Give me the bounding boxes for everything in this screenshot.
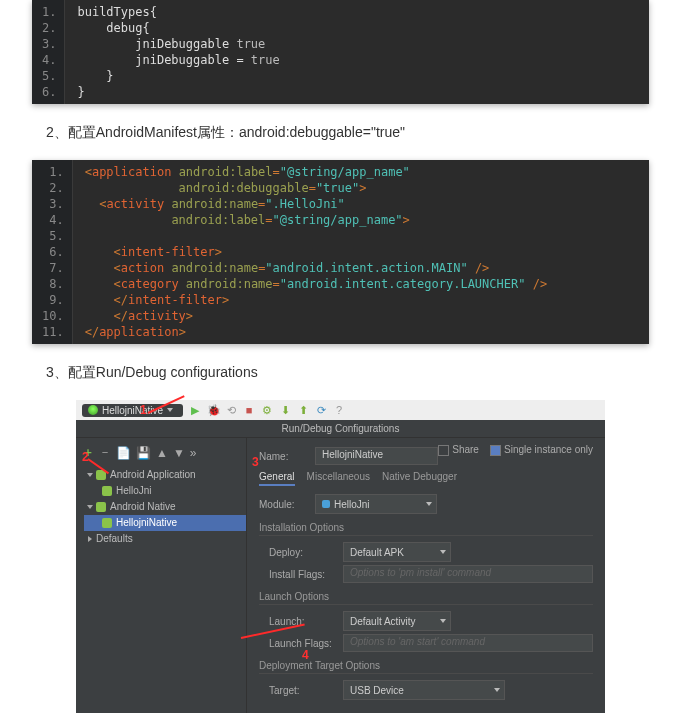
android-icon [102, 486, 112, 496]
gutter: 1. 2. 3. 4. 5. 6. [32, 0, 65, 104]
launch-value: Default Activity [350, 616, 416, 627]
ide-toolbar: HellojniNative ▶ 🐞 ⟲ ■ ⚙ ⬇ ⬆ ⟳ ? [76, 400, 605, 420]
tree-item-defaults[interactable]: Defaults [84, 531, 246, 547]
t: "android.intent.category.LAUNCHER" [280, 277, 526, 291]
t: "@string/app_name" [273, 213, 403, 227]
chevron-down-icon [426, 502, 432, 506]
bug-icon [88, 405, 98, 415]
t: android:label [179, 165, 273, 179]
line-no: 8. [42, 276, 64, 292]
tab-miscellaneous[interactable]: Miscellaneous [307, 471, 370, 486]
launch-options-title: Launch Options [259, 591, 593, 605]
android-icon [102, 518, 112, 528]
line-no: 1. [42, 164, 64, 180]
name-label: Name: [259, 451, 315, 462]
tree-settings-button[interactable]: » [190, 446, 197, 460]
tree-item-hellojni-native[interactable]: HellojniNative [84, 515, 246, 531]
sync-icon[interactable]: ⟳ [315, 404, 327, 417]
android-icon [322, 500, 330, 508]
t: android:name [171, 261, 258, 275]
tree-label: Android Native [110, 499, 176, 515]
toolbar-icon[interactable]: ⟲ [225, 404, 237, 417]
chevron-down-icon [167, 408, 173, 412]
t: action [121, 261, 164, 275]
t: "true" [316, 181, 359, 195]
t: intent-filter [128, 293, 222, 307]
single-instance-checkbox[interactable] [490, 445, 501, 456]
share-checkbox[interactable] [438, 445, 449, 456]
tree-label: Android Application [110, 467, 196, 483]
target-label: Target: [269, 685, 343, 696]
remove-config-button[interactable]: － [99, 444, 111, 461]
run-debug-dialog: Run/Debug Configurations ＋ － 📄 💾 ▲ ▼ » [76, 420, 605, 713]
debug-icon[interactable]: 🐞 [207, 404, 219, 417]
android-icon [96, 502, 106, 512]
launch-flags-label: Launch Flags: [269, 638, 343, 649]
line-no: 2. [42, 20, 56, 36]
up-button[interactable]: ▲ [156, 446, 168, 460]
run-config-selector[interactable]: HellojniNative [82, 404, 183, 417]
config-name: HellojniNative [102, 405, 163, 416]
code-body: <application android:label="@string/app_… [73, 160, 559, 344]
share-label: Share [452, 444, 479, 455]
line-no: 6. [42, 84, 56, 100]
tree-item-hellojni[interactable]: HelloJni [84, 483, 246, 499]
stop-icon[interactable]: ■ [243, 404, 255, 416]
install-options-title: Installation Options [259, 522, 593, 536]
install-flags-input[interactable]: Options to 'pm install' command [343, 565, 593, 583]
tree-item-android-app[interactable]: Android Application [84, 467, 246, 483]
copy-config-button[interactable]: 📄 [116, 446, 131, 460]
tab-native-debugger[interactable]: Native Debugger [382, 471, 457, 486]
module-label: Module: [259, 499, 315, 510]
single-label: Single instance only [504, 444, 593, 455]
chevron-down-icon [440, 550, 446, 554]
android-icon [96, 470, 106, 480]
t: application [99, 325, 178, 339]
deploy-value: Default APK [350, 547, 404, 558]
launch-select[interactable]: Default Activity [343, 611, 451, 631]
config-form: Share Single instance only Name: Hellojn… [247, 438, 605, 713]
line-no: 10. [42, 308, 64, 324]
deploy-select[interactable]: Default APK [343, 542, 451, 562]
line-no: 4. [42, 212, 64, 228]
toolbar-icon[interactable]: ⬆ [297, 404, 309, 417]
config-tree-panel: ＋ － 📄 💾 ▲ ▼ » Android Application [76, 438, 247, 713]
expand-icon [87, 505, 93, 509]
gutter: 1. 2. 3. 4. 5. 6. 7. 8. 9. 10. 11. [32, 160, 73, 344]
play-icon[interactable]: ▶ [189, 404, 201, 417]
toolbar-icon[interactable]: ⚙ [261, 404, 273, 417]
toolbar-icon[interactable]: ? [333, 404, 345, 416]
down-button[interactable]: ▼ [173, 446, 185, 460]
save-config-button[interactable]: 💾 [136, 446, 151, 460]
launch-flags-input[interactable]: Options to 'am start' command [343, 634, 593, 652]
line-no: 11. [42, 324, 64, 340]
expand-icon [88, 536, 92, 542]
code-body: buildTypes{ debug{ jniDebuggable true jn… [65, 0, 291, 104]
t: activity [128, 309, 186, 323]
chevron-down-icon [440, 619, 446, 623]
line-no: 6. [42, 244, 64, 260]
code-text: debug{ [77, 21, 149, 35]
name-input[interactable]: HellojniNative [315, 447, 438, 465]
toolbar-icon[interactable]: ⬇ [279, 404, 291, 417]
t: android:label [171, 213, 265, 227]
t: "@string/app_name" [280, 165, 410, 179]
module-select[interactable]: HelloJni [315, 494, 437, 514]
code-text: } [77, 69, 113, 83]
tree-item-android-native[interactable]: Android Native [84, 499, 246, 515]
expand-icon [87, 473, 93, 477]
code-text: true [236, 37, 265, 51]
line-no: 3. [42, 36, 56, 52]
add-config-button[interactable]: ＋ [82, 444, 94, 461]
chevron-down-icon [494, 688, 500, 692]
line-no: 9. [42, 292, 64, 308]
tree-label: Defaults [96, 531, 133, 547]
t: android:debuggable [179, 181, 309, 195]
t: android:name [186, 277, 273, 291]
line-no: 1. [42, 4, 56, 20]
launch-label: Launch: [269, 616, 343, 627]
tab-general[interactable]: General [259, 471, 295, 486]
deploy-label: Deploy: [269, 547, 343, 558]
line-no: 5. [42, 228, 64, 244]
target-select[interactable]: USB Device [343, 680, 505, 700]
